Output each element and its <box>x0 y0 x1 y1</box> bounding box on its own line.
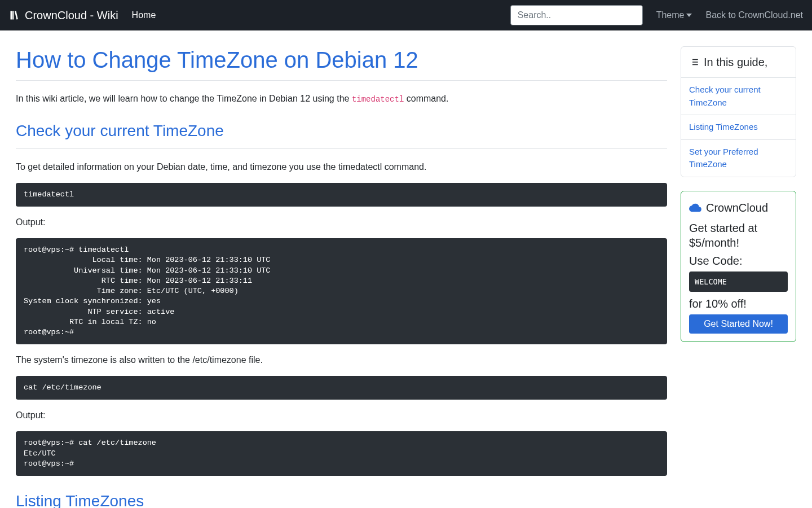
promo-box: CrownCloud Get started at $5/month! Use … <box>681 191 796 342</box>
section-check-timezone-title: Check your current TimeZone <box>16 119 667 143</box>
section-listing-timezones-title: Listing TimeZones <box>16 489 667 508</box>
output-label-2: Output: <box>16 409 667 422</box>
toc-header: In this guide, <box>681 47 796 78</box>
back-link[interactable]: Back to CrownCloud.net <box>705 8 803 22</box>
nav-left: CrownCloud - Wiki Home <box>9 7 156 24</box>
sidebar: In this guide, Check your current TimeZo… <box>681 46 796 508</box>
search-input[interactable] <box>510 5 643 25</box>
brand-link[interactable]: CrownCloud - Wiki <box>9 7 118 24</box>
theme-label: Theme <box>656 8 685 22</box>
toc-item-check[interactable]: Check your current TimeZone <box>681 78 796 115</box>
intro-text-after: command. <box>404 94 448 103</box>
chevron-down-icon <box>686 12 692 18</box>
code-timedatectl-output: root@vps:~# timedatectl Local time: Mon … <box>16 238 667 344</box>
code-cat-timezone-output: root@vps:~# cat /etc/timezone Etc/UTC ro… <box>16 431 667 476</box>
output-label-1: Output: <box>16 216 667 229</box>
toc-box: In this guide, Check your current TimeZo… <box>681 46 796 177</box>
promo-brand: CrownCloud <box>706 199 768 216</box>
title-divider <box>16 80 667 81</box>
promo-line1: Get started at $5/month! <box>689 221 788 250</box>
code-timedatectl: timedatectl <box>16 183 667 207</box>
navbar: CrownCloud - Wiki Home Theme Back to Cro… <box>0 0 812 30</box>
toc-title: In this guide, <box>704 54 767 71</box>
cloud-icon <box>689 202 701 214</box>
toc-item-set[interactable]: Set your Preferred TimeZone <box>681 140 796 177</box>
intro-inline-code: timedatectl <box>352 95 404 104</box>
page-title: How to Change TimeZone on Debian 12 <box>16 46 667 73</box>
promo-line3: for 10% off! <box>689 296 788 311</box>
theme-dropdown[interactable]: Theme <box>656 8 692 22</box>
page-wrap: How to Change TimeZone on Debian 12 In t… <box>0 30 812 508</box>
promo-line2: Use Code: <box>689 253 788 268</box>
books-icon <box>9 10 20 21</box>
section1-p2: The system's timezone is also written to… <box>16 353 667 367</box>
code-cat-timezone: cat /etc/timezone <box>16 376 667 400</box>
nav-home[interactable]: Home <box>132 8 156 22</box>
section-divider <box>16 148 667 149</box>
brand-text: CrownCloud - Wiki <box>25 7 118 24</box>
nav-right: Theme Back to CrownCloud.net <box>510 5 803 25</box>
intro-text-before: In this wiki article, we will learn how … <box>16 94 352 103</box>
toc-item-listing[interactable]: Listing TimeZones <box>681 115 796 140</box>
main-content: How to Change TimeZone on Debian 12 In t… <box>16 46 667 508</box>
promo-code: WELCOME <box>689 271 788 292</box>
promo-title: CrownCloud <box>689 199 788 216</box>
get-started-button[interactable]: Get Started Now! <box>689 314 788 334</box>
intro-paragraph: In this wiki article, we will learn how … <box>16 92 667 106</box>
section1-p1: To get detailed information on your Debi… <box>16 160 667 174</box>
list-icon <box>689 57 699 67</box>
